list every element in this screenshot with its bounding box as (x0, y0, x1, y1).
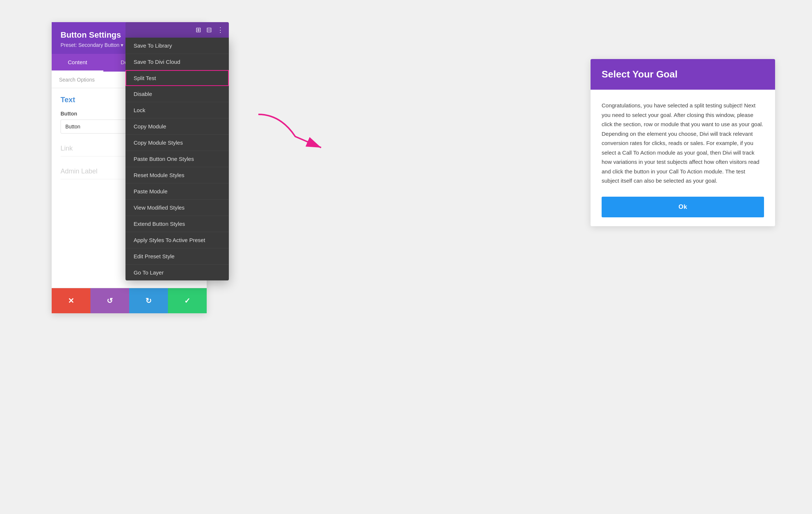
goal-header: Select Your Goal (591, 59, 775, 90)
ok-button[interactable]: Ok (602, 197, 764, 217)
menu-item-copy-module[interactable]: Copy Module (125, 118, 229, 135)
menu-item-split-test[interactable]: Split Test (125, 70, 229, 86)
panel-footer: ✕ ↺ ↻ ✓ (52, 288, 207, 313)
context-menu-wrapper: ⊞ ⊟ ⋮ Save To LibrarySave To Divi CloudS… (125, 22, 229, 280)
tab-content[interactable]: Content (52, 54, 103, 72)
arrow-indicator (251, 107, 332, 156)
goal-panel: Select Your Goal Congratulations, you ha… (591, 59, 775, 226)
menu-item-copy-module-styles[interactable]: Copy Module Styles (125, 135, 229, 151)
menu-item-lock[interactable]: Lock (125, 102, 229, 118)
toolbar-icon-expand[interactable]: ⊞ (196, 26, 201, 34)
menu-item-disable[interactable]: Disable (125, 86, 229, 102)
redo-button[interactable]: ↻ (129, 288, 168, 313)
menu-item-edit-preset-style[interactable]: Edit Preset Style (125, 248, 229, 265)
goal-body-text: Congratulations, you have selected a spl… (602, 101, 764, 186)
menu-item-paste-module[interactable]: Paste Module (125, 183, 229, 200)
search-placeholder-text: Search Options (59, 77, 95, 83)
goal-title: Select Your Goal (602, 69, 764, 80)
toolbar-icon-collapse[interactable]: ⊟ (206, 26, 212, 34)
toolbar-icon-more[interactable]: ⋮ (217, 26, 224, 34)
undo-button[interactable]: ↺ (90, 288, 129, 313)
menu-item-apply-styles-to-active-preset[interactable]: Apply Styles To Active Preset (125, 232, 229, 248)
context-menu-toolbar: ⊞ ⊟ ⋮ (125, 22, 229, 38)
menu-item-reset-module-styles[interactable]: Reset Module Styles (125, 167, 229, 183)
menu-item-save-to-divi-cloud[interactable]: Save To Divi Cloud (125, 54, 229, 70)
menu-item-view-modified-styles[interactable]: View Modified Styles (125, 200, 229, 216)
goal-body: Congratulations, you have selected a spl… (591, 90, 775, 226)
cancel-button[interactable]: ✕ (52, 288, 90, 313)
menu-item-paste-button-one-styles[interactable]: Paste Button One Styles (125, 151, 229, 167)
context-menu: Save To LibrarySave To Divi CloudSplit T… (125, 38, 229, 280)
save-button[interactable]: ✓ (168, 288, 207, 313)
menu-item-save-to-library[interactable]: Save To Library (125, 38, 229, 54)
menu-item-extend-button-styles[interactable]: Extend Button Styles (125, 216, 229, 232)
menu-item-go-to-layer[interactable]: Go To Layer (125, 265, 229, 280)
